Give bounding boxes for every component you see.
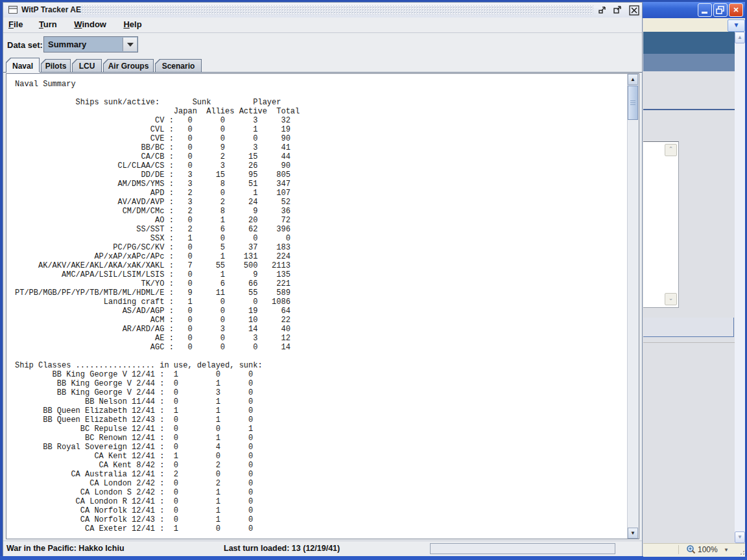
triangle-up-icon: ▲ — [737, 34, 742, 40]
browser-zoom-level[interactable]: 100% — [698, 545, 718, 554]
scrollbar-thumb[interactable] — [628, 86, 638, 120]
xp-window-border-bottom — [0, 556, 747, 560]
app-window: WitP Tracker AE File Turn Wind — [3, 2, 643, 556]
page-separator — [643, 109, 735, 110]
tab-content: Naval Summary Ships sunk/active: Sunk Pl… — [5, 73, 641, 541]
statusbar-divider — [678, 545, 679, 554]
toolbar-dropdown-button[interactable]: ▼ — [728, 19, 745, 32]
thumb-grip — [630, 100, 635, 105]
scroll-down-button[interactable]: ▼ — [628, 528, 638, 539]
tab-lcu[interactable]: LCU — [72, 59, 102, 73]
triangle-down-icon: ▼ — [737, 534, 742, 540]
scroll-up-button[interactable]: ▲ — [628, 74, 638, 85]
chevron-up-icon: ⌃ — [669, 146, 674, 152]
statusbar-progress-field — [430, 543, 615, 554]
zoom-dropdown-caret-icon[interactable]: ▼ — [724, 547, 729, 553]
app-statusbar: War in the Pacific: Hakko Ichiu Last tur… — [3, 541, 642, 556]
menu-help[interactable]: Help — [118, 18, 147, 29]
close-window-button[interactable] — [628, 5, 639, 16]
list-scroll-down-button[interactable]: ⌄ — [665, 293, 677, 305]
resize-grip[interactable] — [738, 548, 744, 555]
app-titlebar[interactable]: WitP Tracker AE — [3, 3, 642, 18]
titlebar-texture — [80, 5, 593, 15]
page-panel — [643, 318, 734, 337]
chevron-down-icon: ▼ — [733, 21, 740, 29]
chevron-down-icon: ⌄ — [669, 295, 674, 301]
maximize-button[interactable] — [612, 5, 623, 16]
report-scrollbar[interactable]: ▲ ▼ — [627, 74, 639, 539]
menu-file[interactable]: File — [3, 18, 28, 29]
browser-scroll-down-button[interactable]: ▼ — [735, 531, 745, 543]
close-icon: ✕ — [733, 6, 739, 14]
triangle-up-icon: ▲ — [630, 76, 635, 82]
app-title: WitP Tracker AE — [21, 5, 81, 14]
tab-scenario[interactable]: Scenario — [155, 59, 202, 73]
tab-air-groups[interactable]: Air Groups — [103, 59, 154, 73]
zoom-magnifier-icon — [686, 544, 696, 555]
dataset-label: Data set: — [7, 40, 43, 50]
tab-pilots[interactable]: Pilots — [41, 59, 71, 73]
xp-minimize-button[interactable] — [698, 3, 712, 17]
last-turn-loaded: Last turn loaded: 13 (12/19/41) — [224, 544, 340, 553]
dataset-row: Data set: Summary — [3, 33, 642, 58]
page-list-box: ⌃ ⌄ — [643, 141, 679, 308]
page-header-band — [643, 32, 735, 54]
menu-turn[interactable]: Turn — [34, 18, 62, 29]
desktop: ✕ ▼ ⌃ ⌄ ▲ ▼ 100% ▼ WitP Tracker AE — [0, 0, 747, 560]
scenario-name: War in the Pacific: Hakko Ichiu — [6, 544, 124, 553]
menubar: File Turn Window Help — [3, 18, 642, 33]
browser-scroll-up-button[interactable]: ▲ — [735, 32, 745, 43]
menu-window[interactable]: Window — [69, 18, 112, 29]
page-separator-2 — [643, 342, 735, 343]
iconify-button[interactable] — [597, 5, 608, 16]
xp-close-button[interactable]: ✕ — [729, 3, 743, 17]
tab-naval[interactable]: Naval — [6, 58, 40, 73]
tab-bar: Naval Pilots LCU Air Groups Scenario — [3, 58, 642, 73]
report-scroll-area: Naval Summary Ships sunk/active: Sunk Pl… — [6, 73, 639, 539]
dataset-combobox[interactable]: Summary — [43, 36, 138, 52]
minimize-icon — [702, 12, 707, 14]
combobox-arrow-button[interactable] — [123, 38, 137, 51]
triangle-down-icon: ▼ — [630, 530, 635, 536]
xp-restore-button[interactable] — [713, 3, 728, 17]
dataset-selected-value: Summary — [48, 40, 86, 49]
list-scroll-up-button[interactable]: ⌃ — [665, 144, 677, 156]
restore-icon — [714, 4, 727, 16]
naval-summary-text: Naval Summary Ships sunk/active: Sunk Pl… — [6, 74, 300, 533]
page-subheader-band — [643, 54, 735, 71]
browser-scrollbar-track[interactable] — [735, 32, 745, 543]
app-icon — [8, 6, 18, 14]
